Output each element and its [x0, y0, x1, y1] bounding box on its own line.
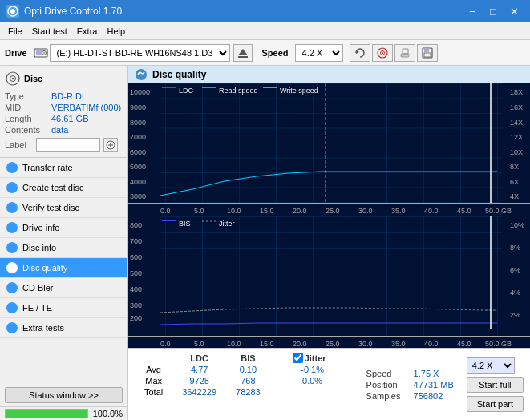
jitter-checkbox[interactable]: [293, 353, 303, 363]
left-panel: Disc Type BD-R DL MID VERBATIMf (000) Le…: [0, 66, 128, 420]
position-row: Position 47731 MB: [366, 380, 454, 390]
nav-fe-te[interactable]: FE / TE: [0, 298, 127, 318]
svg-text:40.0: 40.0: [424, 207, 439, 215]
start-full-button[interactable]: Start full: [467, 377, 524, 393]
menu-help[interactable]: Help: [102, 25, 130, 38]
disc-label-label: Label: [5, 140, 33, 150]
svg-text:4000: 4000: [130, 178, 146, 186]
disc-label-button[interactable]: [103, 138, 118, 152]
nav-transfer-rate[interactable]: Transfer rate: [0, 158, 127, 178]
nav-cd-bler[interactable]: CD Bler: [0, 278, 127, 298]
edit-button[interactable]: [394, 44, 415, 62]
nav-verify-test-disc-icon: [6, 202, 18, 213]
svg-text:5.0: 5.0: [194, 340, 204, 348]
app-icon: [6, 5, 19, 18]
svg-text:4X: 4X: [510, 192, 519, 200]
disc-button[interactable]: [372, 44, 393, 62]
nav-disc-info[interactable]: Disc info: [0, 238, 127, 258]
max-ldc: 9728: [172, 375, 226, 386]
svg-text:20.0: 20.0: [293, 340, 307, 348]
disc-contents-value: data: [51, 125, 68, 135]
title-bar-left: Opti Drive Control 1.70: [6, 5, 122, 18]
refresh-button[interactable]: [350, 44, 370, 62]
progress-bar-outer: [5, 409, 88, 418]
nav-extra-tests-label: Extra tests: [22, 323, 64, 333]
col-header-jitter: Jitter: [289, 352, 336, 364]
chart-speed-selector[interactable]: 4.2 X: [467, 357, 515, 374]
max-bis: 768: [226, 375, 270, 386]
svg-text:30.0: 30.0: [358, 207, 373, 215]
nav-create-test-disc[interactable]: Create test disc: [0, 178, 127, 198]
disc-contents-row: Contents data: [5, 125, 123, 135]
menu-start-test[interactable]: Start test: [27, 25, 72, 38]
col-header-bis: BIS: [226, 352, 270, 364]
status-window-button[interactable]: Status window >>: [5, 387, 123, 403]
close-button[interactable]: ✕: [504, 3, 524, 19]
start-part-button[interactable]: Start part: [467, 396, 524, 412]
top-chart-grid: 10000 9000 8000 7000 6000 5000 4000 3000…: [128, 83, 530, 203]
svg-text:35.0: 35.0: [391, 207, 406, 215]
drive-selector[interactable]: (E:) HL-DT-ST BD-RE WH16NS48 1.D3: [50, 44, 230, 62]
avg-label: Avg: [135, 364, 172, 375]
eject-button[interactable]: [233, 44, 253, 62]
nav-verify-test-disc[interactable]: Verify test disc: [0, 198, 127, 218]
maximize-button[interactable]: □: [483, 3, 503, 19]
menu-file[interactable]: File: [3, 25, 27, 38]
svg-text:50.0 GB: 50.0 GB: [485, 207, 512, 215]
disc-section-title: Disc: [24, 74, 42, 83]
nav-transfer-rate-label: Transfer rate: [22, 163, 73, 172]
svg-point-11: [382, 52, 383, 54]
svg-text:Write speed: Write speed: [280, 87, 318, 95]
samples-value: 756802: [414, 391, 443, 401]
x-axis-row: 0.0 5.0 10.0 15.0 20.0 25.0 30.0 35.0 40…: [128, 204, 530, 216]
svg-text:Jitter: Jitter: [219, 220, 235, 228]
svg-marker-6: [238, 49, 248, 55]
svg-text:10%: 10%: [510, 221, 524, 229]
svg-rect-13: [403, 49, 408, 54]
stats-section: LDC BIS Jitter Avg: [128, 348, 530, 420]
svg-text:10X: 10X: [510, 148, 523, 156]
speed-selector[interactable]: 4.2 X: [295, 44, 343, 62]
svg-text:800: 800: [130, 221, 142, 229]
samples-label: Samples: [366, 391, 411, 401]
svg-point-1: [10, 9, 15, 14]
svg-text:6%: 6%: [510, 266, 520, 274]
svg-text:35.0: 35.0: [391, 340, 406, 348]
nav-extra-tests[interactable]: Extra tests: [0, 318, 127, 338]
drive-toolbar: Drive (E:) HL-DT-ST BD-RE WH16NS48 1.D3 …: [0, 40, 530, 66]
disc-header: Disc: [5, 71, 123, 87]
svg-text:18X: 18X: [510, 88, 523, 96]
svg-text:10.0: 10.0: [227, 340, 241, 348]
svg-text:20.0: 20.0: [293, 207, 307, 215]
svg-rect-80: [160, 216, 502, 336]
eject-icon: [237, 47, 249, 59]
svg-text:8X: 8X: [510, 163, 519, 171]
svg-text:30.0: 30.0: [358, 340, 373, 348]
svg-text:8%: 8%: [510, 244, 520, 252]
svg-text:3000: 3000: [130, 192, 146, 200]
svg-text:14X: 14X: [510, 119, 523, 127]
save-button[interactable]: [417, 44, 438, 62]
app-title: Opti Drive Control 1.70: [24, 6, 122, 17]
nav-create-test-disc-icon: [6, 182, 18, 193]
disc-mid-label: MID: [5, 103, 51, 112]
window-controls: − □ ✕: [463, 3, 524, 19]
svg-text:12X: 12X: [510, 133, 523, 141]
chart-header-icon: [135, 68, 148, 81]
disc-mid-value: VERBATIMf (000): [51, 103, 121, 112]
disc-length-row: Length 46.61 GB: [5, 114, 123, 123]
disc-type-value: BD-R DL: [51, 91, 87, 101]
nav-verify-test-disc-label: Verify test disc: [22, 203, 79, 212]
svg-text:400: 400: [130, 285, 142, 293]
menu-extra[interactable]: Extra: [72, 25, 103, 38]
top-chart: 10000 9000 8000 7000 6000 5000 4000 3000…: [128, 83, 530, 204]
nav-disc-quality[interactable]: Disc quality: [0, 258, 127, 278]
minimize-button[interactable]: −: [463, 3, 482, 19]
nav-drive-info[interactable]: Drive info: [0, 218, 127, 238]
disc-label-input[interactable]: [36, 138, 100, 152]
drive-label: Drive: [5, 48, 27, 58]
disc-header-icon: [5, 71, 21, 87]
col-header-ldc: LDC: [172, 352, 226, 364]
svg-text:8000: 8000: [130, 119, 146, 127]
toolbar-icons: [350, 44, 438, 62]
